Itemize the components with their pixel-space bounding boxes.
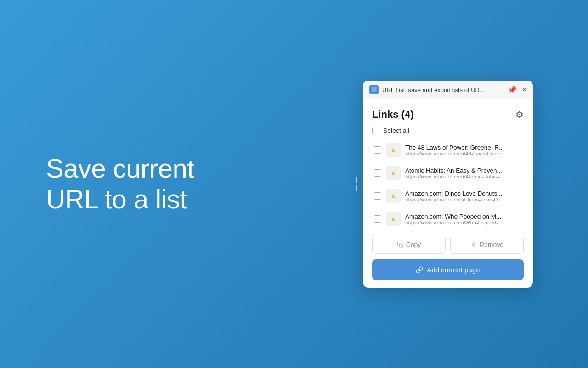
- link-text-1: The 48 Laws of Power: Greene, R... https…: [405, 144, 522, 156]
- link-text-4: Amazon.com: Who Pooped on M... https://w…: [405, 213, 522, 225]
- titlebar: URL List: save and export lists of UR...…: [363, 80, 533, 99]
- link-title-1: The 48 Laws of Power: Greene, R...: [405, 144, 522, 151]
- amazon-logo-icon: a: [389, 191, 398, 201]
- svg-text:a: a: [392, 216, 395, 222]
- remove-icon: [470, 242, 477, 248]
- gear-icon: ⚙: [515, 109, 524, 120]
- extension-icon: [369, 85, 379, 94]
- copy-label: Copy: [406, 241, 421, 248]
- amazon-logo-icon: a: [389, 145, 398, 155]
- link-title-4: Amazon.com: Who Pooped on M...: [405, 213, 522, 220]
- svg-rect-2: [371, 91, 375, 92]
- select-all-checkbox[interactable]: [372, 127, 379, 134]
- hero-section: Save current URL to a list: [46, 153, 194, 214]
- link-icon: [416, 266, 423, 274]
- action-buttons: Copy Remove: [372, 236, 524, 254]
- list-item: a The 48 Laws of Power: Greene, R... htt…: [372, 139, 524, 161]
- copy-icon: [397, 242, 403, 248]
- amazon-logo-icon: a: [389, 168, 398, 178]
- remove-label: Remove: [480, 241, 503, 248]
- svg-text:a: a: [392, 170, 395, 176]
- add-page-label: Add current page: [427, 266, 480, 274]
- remove-button[interactable]: Remove: [450, 236, 524, 254]
- copy-button[interactable]: Copy: [372, 236, 446, 254]
- link-url-2: https://www.amazon.com/Atomic-Habits-...: [405, 174, 522, 179]
- list-item: a Amazon.com: Who Pooped on M... https:/…: [372, 208, 524, 230]
- link-text-2: Atomic Habits: An Easy & Proven... https…: [405, 167, 522, 179]
- link-url-1: https://www.amazon.com/48-Laws-Powe...: [405, 151, 522, 156]
- panel-header: Links (4) ⚙: [372, 109, 524, 121]
- link-url-4: https://www.amazon.com/Who-Pooped-...: [405, 220, 522, 225]
- link-url-3: https://www.amazon.com/Dinos-Love-Do...: [405, 197, 522, 202]
- panel-body: Links (4) ⚙ Select all a: [363, 99, 533, 288]
- link-checkbox-1[interactable]: [374, 146, 381, 154]
- select-all-label[interactable]: Select all: [383, 127, 409, 134]
- select-all-row: Select all: [372, 127, 524, 134]
- svg-rect-1: [371, 89, 376, 90]
- titlebar-title: URL List: save and export lists of UR...: [382, 86, 504, 93]
- list-icon: [371, 87, 377, 93]
- link-text-3: Amazon.com: Dinos Love Donuts... https:/…: [405, 190, 522, 202]
- add-current-page-button[interactable]: Add current page: [372, 259, 524, 280]
- links-list: a The 48 Laws of Power: Greene, R... htt…: [372, 139, 524, 230]
- svg-rect-11: [399, 244, 403, 247]
- link-title-2: Atomic Habits: An Easy & Proven...: [405, 167, 522, 174]
- link-checkbox-3[interactable]: [374, 192, 381, 200]
- svg-text:a: a: [392, 147, 395, 153]
- close-button[interactable]: ×: [522, 86, 526, 93]
- hero-title: Save current URL to a list: [46, 153, 194, 214]
- popup-wrapper: URL List: save and export lists of UR...…: [363, 80, 533, 288]
- list-item: a Atomic Habits: An Easy & Proven... htt…: [372, 162, 524, 184]
- settings-button[interactable]: ⚙: [515, 109, 524, 120]
- svg-text:a: a: [392, 193, 395, 199]
- link-favicon-4: a: [386, 212, 401, 226]
- link-title-3: Amazon.com: Dinos Love Donuts...: [405, 190, 522, 197]
- extension-popup: URL List: save and export lists of UR...…: [363, 80, 533, 288]
- svg-rect-0: [371, 87, 376, 88]
- link-favicon-3: a: [386, 189, 401, 203]
- list-item: a Amazon.com: Dinos Love Donuts... https…: [372, 185, 524, 207]
- link-checkbox-4[interactable]: [374, 215, 381, 223]
- link-favicon-2: a: [386, 166, 401, 180]
- amazon-logo-icon: a: [389, 214, 398, 224]
- drag-handle[interactable]: [356, 177, 357, 191]
- links-count: Links (4): [372, 109, 413, 121]
- link-favicon-1: a: [386, 143, 401, 157]
- pin-icon[interactable]: 📌: [508, 86, 517, 94]
- link-checkbox-2[interactable]: [374, 169, 381, 177]
